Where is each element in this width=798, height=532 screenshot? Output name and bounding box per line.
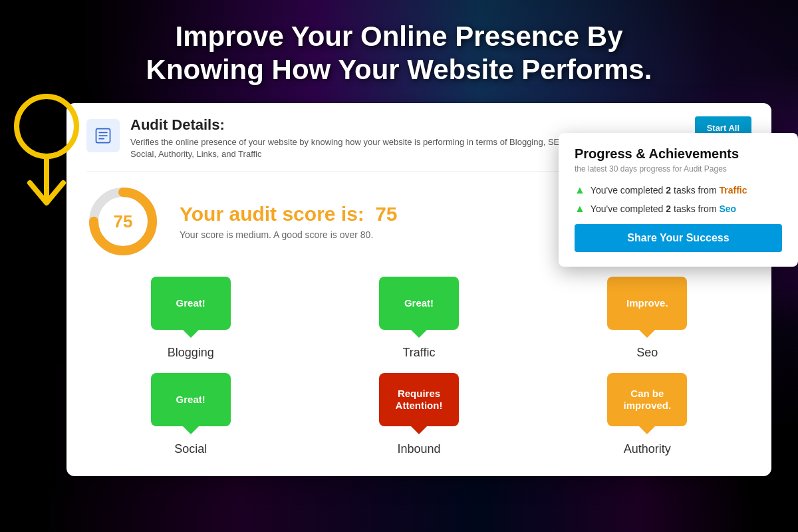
score-subtitle: Your score is medium. A good score is ov… [180,229,398,240]
audit-text: Audit Details: Verifies the online prese… [130,116,596,160]
hero-title: Improve Your Online Presence By Knowing … [27,20,771,87]
category-item: Improve.Seo [543,277,751,360]
audit-icon [86,119,120,152]
category-badge: Requires Attention! [379,373,459,426]
category-item: Requires Attention!Inbound [315,373,523,456]
progress-popup: Progress & Achievements the latest 30 da… [559,133,798,267]
share-success-button[interactable]: Share Your Success [575,224,782,252]
category-label: Inbound [397,442,440,456]
category-item: Great!Blogging [86,277,295,360]
score-text: Your audit score is: 75 Your score is me… [180,203,398,240]
score-label: Your audit score is: [180,203,364,225]
achievement-arrow-icon: ▲ [575,203,585,215]
score-value-display: 75 [375,203,397,225]
audit-title: Audit Details: [130,116,596,134]
category-grid: Great!BloggingGreat!TrafficImprove.SeoGr… [86,277,751,456]
category-label: Social [174,442,207,456]
svg-point-0 [17,96,76,156]
achievement-text: You've completed 2 tasks from Seo [591,203,736,214]
hero-title-line1: Improve Your Online Presence By [175,21,622,52]
achievement-count: 2 [666,185,671,196]
progress-subtitle: the latest 30 days progress for Audit Pa… [575,164,782,174]
achievement-arrow-icon: ▲ [575,184,585,196]
category-label: Seo [636,346,658,360]
achievement-category: Traffic [719,185,747,196]
category-label: Blogging [168,346,214,360]
category-badge: Improve. [607,277,687,330]
arrow-decoration [7,86,86,222]
hero-title-line2: Knowing How Your Website Performs. [146,54,652,85]
category-badge: Great! [151,277,231,330]
category-label: Authority [624,442,671,456]
audit-description: Verifies the online presence of your web… [130,136,596,160]
achievement-text: You've completed 2 tasks from Traffic [591,185,747,196]
achievement-item: ▲You've completed 2 tasks from Seo [575,203,782,215]
category-badge: Great! [151,373,231,426]
page-wrapper: Improve Your Online Presence By Knowing … [0,0,798,532]
achievement-item: ▲You've completed 2 tasks from Traffic [575,184,782,196]
score-heading: Your audit score is: 75 [180,203,398,225]
category-item: Great!Social [86,373,295,456]
achievement-category: Seo [719,203,736,214]
achievements-list: ▲You've completed 2 tasks from Traffic▲Y… [575,184,782,215]
achievement-count: 2 [666,203,671,214]
category-badge: Great! [379,277,459,330]
category-label: Traffic [402,346,435,360]
category-item: Can be improved.Authority [543,373,751,456]
progress-title: Progress & Achievements [575,146,782,162]
category-badge: Can be improved. [607,373,687,426]
donut-chart: 75 [86,185,160,258]
score-number: 75 [114,211,133,232]
category-item: Great!Traffic [315,277,523,360]
